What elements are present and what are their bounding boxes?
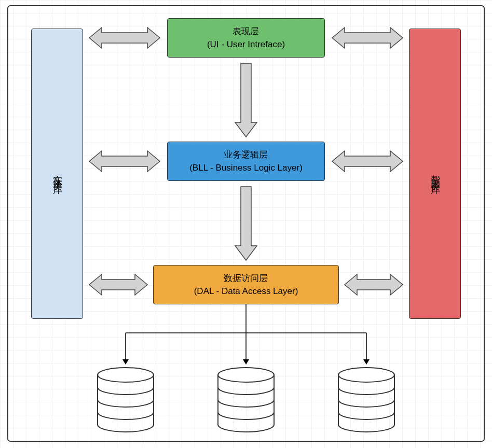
helper-library-box: 帮助类库 xyxy=(409,29,461,319)
dal-layer-box: 数据访问层 (DAL - Data Access Layer) xyxy=(153,265,339,304)
ui-layer-subtitle: (UI - User Intreface) xyxy=(207,39,285,49)
arrow-dal-to-right-icon xyxy=(343,273,405,297)
database-1 xyxy=(94,367,157,435)
database-icon xyxy=(335,367,398,433)
arrow-ui-to-left-icon xyxy=(87,26,162,50)
database-2 xyxy=(215,367,277,435)
arrow-ui-to-bll-icon xyxy=(233,61,259,139)
arrow-ui-to-right-icon xyxy=(330,26,405,50)
database-icon xyxy=(94,367,157,433)
ui-layer-box: 表现层 (UI - User Intreface) xyxy=(167,18,325,58)
bll-layer-subtitle: (BLL - Business Logic Layer) xyxy=(189,163,303,173)
entity-library-label: 实体类库 xyxy=(50,167,64,180)
database-icon xyxy=(215,367,277,433)
entity-library-box: 实体类库 xyxy=(31,29,83,319)
database-3 xyxy=(335,367,398,435)
svg-point-0 xyxy=(98,368,154,382)
dal-to-db-connectors-icon xyxy=(104,304,388,367)
arrow-bll-to-dal-icon xyxy=(233,185,259,262)
bll-layer-title: 业务逻辑层 xyxy=(224,150,268,160)
svg-point-1 xyxy=(218,368,274,382)
svg-point-2 xyxy=(338,368,394,382)
helper-library-label: 帮助类库 xyxy=(428,167,442,180)
dal-layer-title: 数据访问层 xyxy=(224,273,268,283)
ui-layer-title: 表现层 xyxy=(233,26,259,36)
bll-layer-box: 业务逻辑层 (BLL - Business Logic Layer) xyxy=(167,142,325,181)
arrow-bll-to-left-icon xyxy=(87,149,162,173)
arrow-dal-to-left-icon xyxy=(87,273,149,297)
arrow-bll-to-right-icon xyxy=(330,149,405,173)
dal-layer-subtitle: (DAL - Data Access Layer) xyxy=(194,286,298,296)
